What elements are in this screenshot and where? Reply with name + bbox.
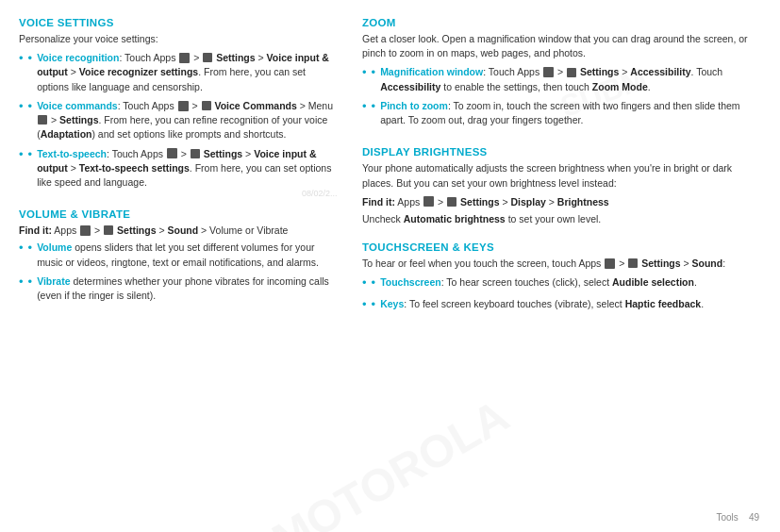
zoom-intro: Get a closer look. Open a magnification … [362, 32, 761, 60]
apps-icon6 [423, 196, 434, 207]
apps-icon7 [605, 258, 615, 269]
settings-icon6 [628, 258, 638, 268]
vibrate-text: Vibrate determines whether your phone vi… [37, 274, 340, 303]
settings-icon3 [104, 225, 113, 235]
voice-settings-intro: Personalize your voice settings: [19, 32, 340, 46]
voice-recognition-item: • Voice recognition: Touch Apps > Settin… [19, 51, 340, 94]
bullet-dot6: • [372, 64, 376, 82]
touchscreen-term: Touchscreen [380, 276, 441, 288]
vibrate-item: • Vibrate determines whether your phone … [19, 274, 340, 303]
pinch-item: • Pinch to zoom: To zoom in, touch the s… [362, 99, 761, 127]
tts-item: • Text-to-speech: Touch Apps > Settings … [19, 147, 340, 191]
volume-item: • Volume opens sliders that let you set … [19, 241, 340, 269]
bullet-dot9: • [372, 296, 376, 314]
apps-icon [179, 53, 190, 63]
pinch-term: Pinch to zoom [380, 100, 448, 111]
settings-icon [203, 53, 212, 62]
bullet-dot2: • [28, 98, 33, 116]
brightness-uncheck: Uncheck Automatic brightness to set your… [362, 212, 761, 226]
touchscreen-keys-section: TOUCHSCREEN & KEYS To hear or feel when … [362, 241, 761, 324]
volume-vibrate-section: VOLUME & VIBRATE Find it: Apps > Setting… [19, 208, 340, 312]
tts-term: Text-to-speech [37, 148, 107, 159]
bullet-dot3: • [28, 146, 33, 164]
volume-list: • Volume opens sliders that let you set … [19, 241, 340, 303]
pinch-text: Pinch to zoom: To zoom in, touch the scr… [380, 99, 761, 127]
keys-text: Keys: To feel screen keyboard touches (v… [380, 297, 704, 311]
volume-term: Volume [37, 241, 72, 253]
bullet-dot7: • [372, 98, 376, 116]
vibrate-term: Vibrate [37, 275, 70, 287]
footer-page: 49 [749, 512, 759, 523]
bullet-dot5: • [28, 274, 33, 291]
brightness-title: DISPLAY BRIGHTNESS [362, 146, 761, 158]
touchscreen-item: • Touchscreen: To hear screen touches (c… [362, 275, 761, 292]
brightness-intro: Your phone automatically adjusts the scr… [362, 161, 761, 190]
voice-settings-title: VOICE SETTINGS [19, 17, 340, 28]
zoom-section: ZOOM Get a closer look. Open a magnifica… [362, 17, 761, 137]
apps-icon4 [80, 225, 91, 236]
voice-commands-text: Voice commands: Touch Apps > Voice Comma… [37, 99, 340, 142]
brightness-section: DISPLAY BRIGHTNESS Your phone automatica… [362, 146, 761, 232]
volume-find-it: Find it: Apps > Settings > Sound > Volum… [19, 224, 340, 238]
bullet-dot8: • [372, 274, 376, 292]
right-column: ZOOM Get a closer look. Open a magnifica… [362, 17, 761, 515]
volume-text: Volume opens sliders that let you set di… [37, 241, 340, 269]
voice-icon [202, 101, 211, 110]
touchscreen-text: Touchscreen: To hear screen touches (cli… [380, 275, 697, 290]
bullet-dot: • [28, 50, 33, 68]
footer-label: Tools [716, 512, 738, 523]
touchscreen-list: • Touchscreen: To hear screen touches (c… [362, 275, 761, 314]
brightness-find-it: Find it: Apps > Settings > Display > Bri… [362, 195, 761, 209]
apps-icon5 [543, 67, 554, 77]
magnification-item: • Magnification window: Touch Apps > Set… [362, 65, 761, 93]
magnification-text: Magnification window: Touch Apps > Setti… [380, 65, 761, 93]
settings-icon5 [447, 197, 456, 207]
date-stamp: 08/02/2... [302, 189, 338, 198]
touchscreen-keys-title: TOUCHSCREEN & KEYS [362, 241, 761, 253]
voice-commands-term: Voice commands [37, 100, 118, 111]
settings-icon4 [567, 68, 576, 77]
tts-text: Text-to-speech: Touch Apps > Settings > … [37, 147, 340, 191]
page-footer: Tools 49 [716, 512, 759, 523]
apps-icon2 [178, 101, 189, 111]
keys-term: Keys [380, 298, 404, 309]
touchscreen-keys-intro: To hear or feel when you touch the scree… [362, 257, 761, 271]
left-column: VOICE SETTINGS Personalize your voice se… [19, 17, 340, 515]
apps-icon3 [167, 148, 177, 158]
bullet-dot4: • [28, 240, 33, 258]
voice-recognition-text: Voice recognition: Touch Apps > Settings… [37, 51, 340, 94]
settings-icon2 [191, 149, 200, 158]
voice-commands-item: • Voice commands: Touch Apps > Voice Com… [19, 99, 340, 142]
zoom-list: • Magnification window: Touch Apps > Set… [362, 65, 761, 127]
volume-vibrate-title: VOLUME & VIBRATE [19, 208, 340, 220]
zoom-title: ZOOM [362, 17, 761, 28]
voice-settings-section: VOICE SETTINGS Personalize your voice se… [19, 17, 340, 199]
voice-recognition-term: Voice recognition [37, 52, 119, 63]
voice-settings-list: • Voice recognition: Touch Apps > Settin… [19, 51, 340, 190]
magnification-term: Magnification window [380, 66, 483, 77]
keys-item: • Keys: To feel screen keyboard touches … [362, 297, 761, 314]
menu-icon [38, 115, 47, 125]
